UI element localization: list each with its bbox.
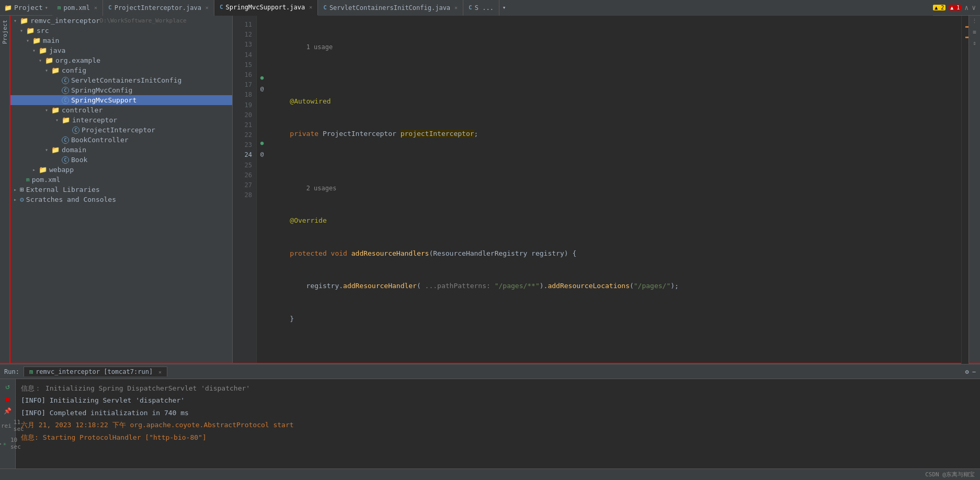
tab-servlet-config[interactable]: C ServletContainersInitConfig.java ✕ xyxy=(318,0,463,16)
gutter-19 xyxy=(257,118,267,129)
tree-main[interactable]: ▾ 📁 main xyxy=(10,36,232,45)
gutter-icons: ● @ ● @ xyxy=(257,16,267,364)
pom-tab-close[interactable]: ✕ xyxy=(94,5,97,10)
run-line-4: 信息: Starting ProtocolHandler ["http-bio-… xyxy=(21,431,975,443)
project-interceptor-icon: C xyxy=(72,127,79,134)
run-tab-label: remvc_interceptor [tomcat7:run] xyxy=(36,368,153,375)
tree-scratches[interactable]: ▸ ⚙ Scratches and Consoles xyxy=(10,195,232,204)
tree-pom[interactable]: ▸ m pom.xml xyxy=(10,175,232,185)
run-tab-icon: m xyxy=(29,368,33,375)
ext-libs-arrow: ▸ xyxy=(14,187,20,192)
status-right-label: CSDN @东离与糊宝 xyxy=(925,471,975,478)
ln-16: 16 xyxy=(233,70,256,80)
main-label: main xyxy=(43,37,59,44)
code-lines[interactable]: 1 usage @Autowired private ProjectInterc… xyxy=(267,16,961,364)
tree-root[interactable]: ▾ 📁 remvc_interceptor D:\WorkSoftware_Wo… xyxy=(10,16,232,26)
springmvc-tab-close[interactable]: ✕ xyxy=(309,4,312,10)
pom-tab-icon: m xyxy=(58,4,61,11)
outer-left-panel: Project xyxy=(0,16,10,364)
tree-springmvc-support[interactable]: ▸ C SpringMvcSupport xyxy=(10,95,232,105)
error-badge: ▲ 1 xyxy=(949,5,961,10)
project-dropdown-icon: ▾ xyxy=(45,5,48,10)
servlet-tab-label: ServletContainersInitConfig.java xyxy=(329,4,450,12)
ln-15: 15 xyxy=(233,60,256,70)
src-arrow: ▾ xyxy=(20,28,26,33)
project-side-tab[interactable]: Project xyxy=(1,16,9,48)
org-label: org.example xyxy=(55,56,100,64)
right-tool-3[interactable]: ⇕ xyxy=(973,38,976,49)
ln-27: 27 xyxy=(233,180,256,190)
tree-java[interactable]: ▾ 📁 java xyxy=(10,45,232,55)
nav-down-icon[interactable]: ∨ xyxy=(972,4,976,12)
tree-book[interactable]: ▸ C Book xyxy=(10,155,232,165)
tab-overflow-button[interactable]: ▾ xyxy=(499,0,509,16)
run-line-1: [INFO] Initializing Servlet 'dispatcher' xyxy=(21,394,975,406)
project-folder-icon: 📁 xyxy=(4,4,12,12)
run-pin-btn[interactable]: 📌 xyxy=(4,407,12,415)
overflow-tab-icon: C xyxy=(469,4,472,11)
ln-23: 23 xyxy=(233,140,256,150)
run-left-tools: ↺ ■ 📌 ▾ ✳ rei 11 sec ▸ ✳ 10 sec xyxy=(0,379,16,468)
interceptor-tab-icon: C xyxy=(108,4,112,11)
tab-springmvc-support[interactable]: C SpringMvcSupport.java ✕ xyxy=(214,0,318,16)
springmvc-support-icon: C xyxy=(62,97,69,104)
tree-domain[interactable]: ▾ 📁 domain xyxy=(10,145,232,155)
config-arrow: ▾ xyxy=(45,67,51,73)
run-restart-btn[interactable]: ↺ xyxy=(5,382,9,391)
interceptor-tab-close[interactable]: ✕ xyxy=(206,5,209,10)
tree-external-libs[interactable]: ▸ ⊞ External Libraries xyxy=(10,185,232,195)
tab-overflow[interactable]: C S ... xyxy=(463,0,499,16)
tree-book-controller[interactable]: ▸ C BookController xyxy=(10,135,232,145)
book-label: Book xyxy=(71,156,87,164)
run-stop-btn[interactable]: ■ xyxy=(5,395,9,403)
code-line-11: 1 usage xyxy=(274,42,955,53)
tab-pom[interactable]: m pom.xml ✕ xyxy=(52,0,103,16)
project-menu[interactable]: 📁 Project ▾ xyxy=(4,4,52,12)
run-line-2: [INFO] Completed initialization in 740 m… xyxy=(21,407,975,419)
pom-tab-label: pom.xml xyxy=(63,4,90,12)
controller-label: controller xyxy=(62,106,102,114)
scratches-icon: ⚙ xyxy=(20,196,24,203)
springmvc-config-icon: C xyxy=(62,87,69,94)
interceptor-folder-label: interceptor xyxy=(72,116,117,124)
gutter-12 xyxy=(257,31,267,42)
interceptor-tab-label: ProjectInterceptor.java xyxy=(115,4,201,12)
tree-org-example[interactable]: ▾ 📁 org.example xyxy=(10,55,232,65)
gutter-16: ● xyxy=(257,74,267,85)
webapp-label: webapp xyxy=(49,166,74,174)
tree-src[interactable]: ▾ 📁 src xyxy=(10,26,232,36)
gutter-20 xyxy=(257,129,267,140)
nav-up-icon[interactable]: ∧ xyxy=(964,4,968,12)
tree-springmvc-config[interactable]: ▸ C SpringMvcConfig xyxy=(10,85,232,95)
run-settings-icon[interactable]: ⚙ xyxy=(965,368,969,375)
tree-servlet-init[interactable]: ▸ C ServletContainersInitConfig xyxy=(10,75,232,85)
right-tool-1[interactable]: ⋮ xyxy=(972,16,977,27)
run-console[interactable]: 信息： Initializing Spring DispatcherServle… xyxy=(16,379,980,468)
run-tab[interactable]: m remvc_interceptor [tomcat7:run] ✕ xyxy=(24,367,167,376)
code-content[interactable]: 11 12 13 14 15 16 17 18 19 20 21 22 23 2… xyxy=(233,16,968,364)
tree-controller[interactable]: ▾ 📁 controller xyxy=(10,105,232,115)
ln-13: 13 xyxy=(233,40,256,50)
code-line-17: protected void addResourceHandlers(Resou… xyxy=(274,248,955,259)
warning-badge: ▲ 2 xyxy=(933,5,945,10)
ln-22: 22 xyxy=(233,130,256,140)
right-tool-2[interactable]: ≡ xyxy=(973,27,976,38)
tree-project-interceptor[interactable]: ▸ C ProjectInterceptor xyxy=(10,125,232,135)
servlet-tab-close[interactable]: ✕ xyxy=(454,5,458,10)
tree-webapp[interactable]: ▸ 📁 webapp xyxy=(10,165,232,175)
tree-config[interactable]: ▾ 📁 config xyxy=(10,65,232,75)
run-sub-arrow[interactable]: ▸ xyxy=(0,440,2,447)
tab-project-interceptor[interactable]: C ProjectInterceptor.java ✕ xyxy=(103,0,214,16)
tree-interceptor-folder[interactable]: ▾ 📁 interceptor xyxy=(10,115,232,125)
run-minimize-icon[interactable]: − xyxy=(972,368,976,375)
gutter-11 xyxy=(257,20,267,31)
springmvc-tab-icon: C xyxy=(220,4,223,10)
book-icon: C xyxy=(62,156,69,164)
gutter-21: ● xyxy=(257,140,267,151)
pom-tree-label: pom.xml xyxy=(32,176,61,184)
code-line-13b: private ProjectInterceptor projectInterc… xyxy=(274,129,955,140)
root-arrow: ▾ xyxy=(14,18,20,24)
run-line-0: 信息： Initializing Spring DispatcherServle… xyxy=(21,382,975,394)
code-line-13a: @Autowired xyxy=(274,96,955,107)
run-tab-close[interactable]: ✕ xyxy=(158,369,162,375)
